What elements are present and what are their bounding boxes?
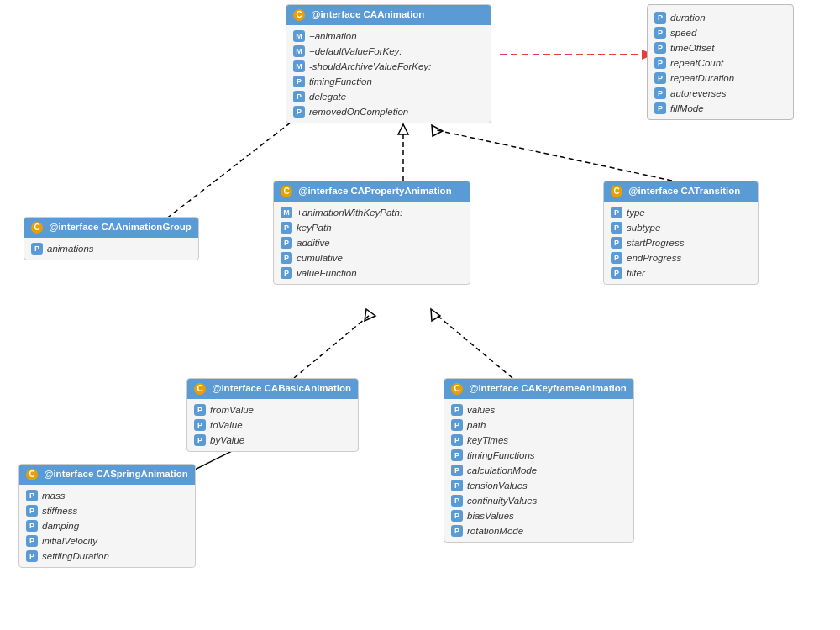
arrow-transition-to-animation xyxy=(437,130,672,181)
row-path: P path xyxy=(444,417,633,433)
class-icon-cabasicanimation: C xyxy=(194,383,206,395)
member-repeatcount: repeatCount xyxy=(670,58,723,68)
row-tensionvalues: P tensionValues xyxy=(444,478,633,493)
header-cabasicanimation: C @interface CABasicAnimation xyxy=(187,379,358,399)
badge-p-animations: P xyxy=(31,243,43,255)
body-capropertyanimation: M +animationWithKeyPath: P keyPath P add… xyxy=(274,202,470,284)
row-repeatduration: P repeatDuration xyxy=(648,71,793,86)
badge-p-repeatcount: P xyxy=(654,57,666,69)
badge-p-keypath: P xyxy=(281,222,292,234)
box-cabasicanimation: C @interface CABasicAnimation P fromValu… xyxy=(186,378,359,452)
member-speed: speed xyxy=(670,28,696,38)
member-byvalue: byValue xyxy=(210,435,244,445)
row-stiffness: P stiffness xyxy=(19,503,195,518)
badge-m-shouldarchive: M xyxy=(293,60,305,72)
badge-p-values: P xyxy=(451,404,463,416)
member-repeatduration: repeatDuration xyxy=(670,73,734,83)
row-cumulative: P cumulative xyxy=(274,250,470,265)
member-additive: additive xyxy=(297,238,330,248)
member-defaultvalue: +defaultValueForKey: xyxy=(309,46,402,56)
member-stiffness: stiffness xyxy=(42,506,77,516)
class-icon-caanimationgroup: C xyxy=(31,222,43,234)
badge-p-stiffness: P xyxy=(26,505,38,517)
member-cumulative: cumulative xyxy=(297,253,343,263)
badge-p-path: P xyxy=(451,419,463,431)
member-filter: filter xyxy=(627,268,645,278)
member-removedoncompletion: removedOnCompletion xyxy=(309,107,408,117)
member-shouldarchive: -shouldArchiveValueForKey: xyxy=(309,61,431,71)
badge-p-biasvalues: P xyxy=(451,510,463,522)
header-caanimation: C @interface CAAnimation xyxy=(286,5,491,25)
badge-p-speed: P xyxy=(654,27,666,39)
badge-p-repeatduration: P xyxy=(654,72,666,84)
member-fromvalue: fromValue xyxy=(210,405,254,415)
row-animation: M +animation xyxy=(286,29,491,44)
class-icon-capropertyanimation: C xyxy=(281,186,292,197)
member-settlingduration: settlingDuration xyxy=(42,551,109,561)
badge-p-timingfunctions: P xyxy=(451,449,463,461)
row-timeoffset: P timeOffset xyxy=(648,40,793,55)
member-type: type xyxy=(627,207,645,218)
row-endprogress: P endProgress xyxy=(604,250,758,265)
member-duration: duration xyxy=(670,13,706,23)
member-animation: +animation xyxy=(309,31,357,41)
badge-p-continuityvalues: P xyxy=(451,495,463,507)
row-timingfunction: P timingFunction xyxy=(286,74,491,89)
row-biasvalues: P biasValues xyxy=(444,508,633,523)
row-shouldarchive: M -shouldArchiveValueForKey: xyxy=(286,59,491,74)
row-repeatcount: P repeatCount xyxy=(648,55,793,71)
header-capropertyanimation: C @interface CAPropertyAnimation xyxy=(274,181,470,202)
row-damping: P damping xyxy=(19,518,195,533)
box-catransition: C @interface CATransition P type P subty… xyxy=(603,181,759,285)
member-values: values xyxy=(467,405,495,415)
member-valuefunction: valueFunction xyxy=(297,268,357,278)
row-filter: P filter xyxy=(604,265,758,281)
title-caanimationgroup: @interface CAAnimationGroup xyxy=(49,222,192,232)
row-defaultvalueforkey: M +defaultValueForKey: xyxy=(286,44,491,59)
member-startprogress: startProgress xyxy=(627,238,684,248)
class-icon-cakeyframeanimation: C xyxy=(451,383,463,395)
row-startprogress: P startProgress xyxy=(604,235,758,250)
row-speed: P speed xyxy=(648,25,793,40)
badge-p-timeoffset: P xyxy=(654,42,666,54)
member-damping: damping xyxy=(42,521,79,531)
member-autoreverses: autoreverses xyxy=(670,88,726,98)
row-autoreverses: P autoreverses xyxy=(648,86,793,101)
member-timingfunction: timingFunction xyxy=(309,76,372,87)
member-endprogress: endProgress xyxy=(627,253,681,263)
row-settlingduration: P settlingDuration xyxy=(19,549,195,564)
badge-p-fillmode: P xyxy=(654,102,666,114)
badge-p-valuefunction: P xyxy=(281,267,292,279)
member-fillmode: fillMode xyxy=(670,103,704,113)
badge-p-type: P xyxy=(611,207,622,218)
body-camediatiming: P duration P speed P timeOffset P repeat… xyxy=(648,5,793,119)
badge-p-endprogress: P xyxy=(611,252,622,264)
class-icon-caanimation: C xyxy=(293,9,305,21)
row-type: P type xyxy=(604,205,758,220)
badge-p-subtype: P xyxy=(611,222,622,234)
body-cabasicanimation: P fromValue P toValue P byValue xyxy=(187,399,358,451)
row-subtype: P subtype xyxy=(604,220,758,235)
badge-m-animation: M xyxy=(293,30,305,42)
row-tovalue: P toValue xyxy=(187,417,358,433)
badge-p-timingfunction: P xyxy=(293,76,305,87)
row-continuityvalues: P continuityValues xyxy=(444,493,633,508)
badge-m-animationwithkeypath: M xyxy=(281,207,292,218)
member-animationwithkeypath: +animationWithKeyPath: xyxy=(297,207,402,218)
arrowhead-basic-to-property xyxy=(365,309,375,321)
member-keytimes: keyTimes xyxy=(467,435,508,445)
member-tovalue: toValue xyxy=(210,420,243,430)
badge-p-startprogress: P xyxy=(611,237,622,249)
row-animations: P animations xyxy=(24,241,198,256)
badge-p-tensionvalues: P xyxy=(451,480,463,491)
badge-p-removedoncompletion: P xyxy=(293,106,305,118)
title-cakeyframeanimation: @interface CAKeyframeAnimation xyxy=(469,383,627,393)
badge-p-damping: P xyxy=(26,520,38,532)
member-subtype: subtype xyxy=(627,223,660,233)
box-camediatiming: P duration P speed P timeOffset P repeat… xyxy=(647,4,794,120)
box-caanimation: C @interface CAAnimation M +animation M … xyxy=(286,4,491,123)
title-caanimation: @interface CAAnimation xyxy=(311,9,424,19)
header-cakeyframeanimation: C @interface CAKeyframeAnimation xyxy=(444,379,633,399)
row-fromvalue: P fromValue xyxy=(187,402,358,417)
badge-p-calculationmode: P xyxy=(451,465,463,476)
